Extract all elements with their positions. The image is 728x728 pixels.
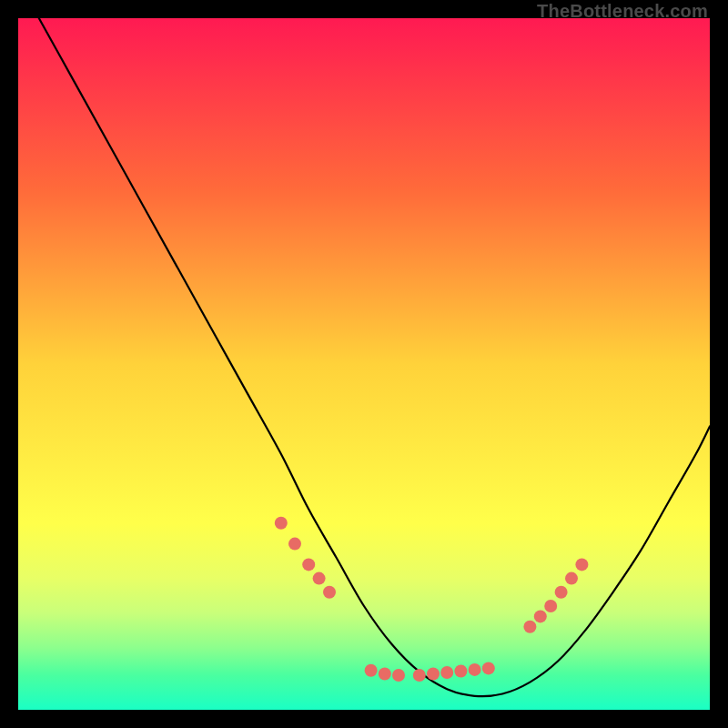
marker-dot [565,572,578,585]
marker-dot [523,621,536,633]
marker-dot [427,667,440,680]
marker-dot [365,664,378,677]
chart-frame [18,18,710,710]
marker-dot [469,663,481,676]
marker-dot [392,669,405,682]
marker-dot [313,572,326,585]
watermark-text: TheBottleneck.com [537,1,708,22]
marker-dot [454,664,467,677]
marker-dot [575,558,588,571]
marker-dot [275,517,288,530]
marker-dot [302,558,315,571]
marker-dot [323,586,336,599]
marker-dot [440,666,453,679]
bottleneck-curve-chart [18,18,710,710]
marker-dot [482,662,495,674]
marker-dot [555,586,568,599]
marker-dot [379,667,391,680]
marker-dot [534,610,547,622]
marker-dot [413,669,426,682]
marker-dot [544,600,557,612]
marker-dot [288,538,301,551]
